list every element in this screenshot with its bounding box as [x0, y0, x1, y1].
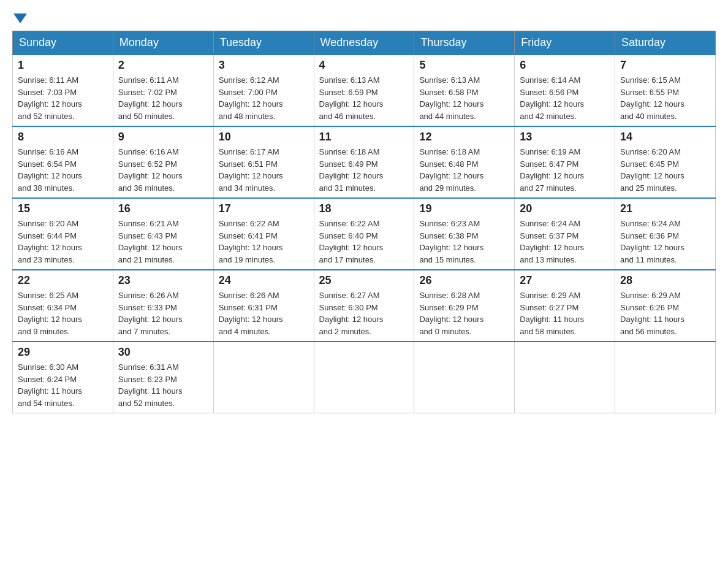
calendar-cell: 29 Sunrise: 6:30 AM Sunset: 6:24 PM Dayl… [13, 342, 113, 413]
calendar-cell [414, 342, 515, 413]
calendar-cell: 18 Sunrise: 6:22 AM Sunset: 6:40 PM Dayl… [314, 198, 414, 270]
calendar-cell: 6 Sunrise: 6:14 AM Sunset: 6:56 PM Dayli… [515, 55, 615, 126]
week-row-3: 15 Sunrise: 6:20 AM Sunset: 6:44 PM Dayl… [13, 198, 716, 270]
day-info: Sunrise: 6:11 AM Sunset: 7:02 PM Dayligh… [118, 74, 208, 122]
header-friday: Friday [515, 31, 615, 55]
day-number: 17 [219, 202, 309, 215]
day-info: Sunrise: 6:23 AM Sunset: 6:38 PM Dayligh… [419, 218, 509, 266]
day-number: 4 [319, 59, 409, 72]
calendar-cell [615, 342, 716, 413]
day-number: 27 [520, 274, 610, 287]
calendar-cell: 9 Sunrise: 6:16 AM Sunset: 6:52 PM Dayli… [113, 126, 213, 198]
day-number: 1 [18, 59, 108, 72]
header-wednesday: Wednesday [314, 31, 414, 55]
calendar-cell: 11 Sunrise: 6:18 AM Sunset: 6:49 PM Dayl… [314, 126, 414, 198]
day-info: Sunrise: 6:12 AM Sunset: 7:00 PM Dayligh… [219, 74, 309, 122]
logo [12, 12, 27, 21]
calendar-cell: 14 Sunrise: 6:20 AM Sunset: 6:45 PM Dayl… [615, 126, 716, 198]
day-number: 11 [319, 131, 409, 144]
calendar-cell: 22 Sunrise: 6:25 AM Sunset: 6:34 PM Dayl… [13, 270, 113, 342]
day-info: Sunrise: 6:19 AM Sunset: 6:47 PM Dayligh… [520, 146, 610, 194]
day-info: Sunrise: 6:22 AM Sunset: 6:41 PM Dayligh… [219, 218, 309, 266]
calendar-cell: 3 Sunrise: 6:12 AM Sunset: 7:00 PM Dayli… [213, 55, 314, 126]
day-number: 12 [419, 131, 509, 144]
day-info: Sunrise: 6:25 AM Sunset: 6:34 PM Dayligh… [18, 289, 108, 337]
calendar-cell [515, 342, 615, 413]
calendar-cell: 10 Sunrise: 6:17 AM Sunset: 6:51 PM Dayl… [213, 126, 314, 198]
logo-arrow-icon [13, 11, 27, 25]
day-number: 2 [118, 59, 208, 72]
day-info: Sunrise: 6:20 AM Sunset: 6:44 PM Dayligh… [18, 218, 108, 266]
day-info: Sunrise: 6:16 AM Sunset: 6:52 PM Dayligh… [118, 146, 208, 194]
day-info: Sunrise: 6:26 AM Sunset: 6:33 PM Dayligh… [118, 289, 208, 337]
calendar: SundayMondayTuesdayWednesdayThursdayFrid… [12, 31, 716, 413]
day-info: Sunrise: 6:18 AM Sunset: 6:48 PM Dayligh… [419, 146, 509, 194]
week-row-1: 1 Sunrise: 6:11 AM Sunset: 7:03 PM Dayli… [13, 55, 716, 126]
week-row-2: 8 Sunrise: 6:16 AM Sunset: 6:54 PM Dayli… [13, 126, 716, 198]
header-sunday: Sunday [13, 31, 113, 55]
day-number: 24 [219, 274, 309, 287]
day-info: Sunrise: 6:21 AM Sunset: 6:43 PM Dayligh… [118, 218, 208, 266]
calendar-cell: 12 Sunrise: 6:18 AM Sunset: 6:48 PM Dayl… [414, 126, 515, 198]
day-number: 23 [118, 274, 208, 287]
day-number: 28 [620, 274, 710, 287]
calendar-cell: 17 Sunrise: 6:22 AM Sunset: 6:41 PM Dayl… [213, 198, 314, 270]
svg-marker-0 [13, 13, 27, 23]
calendar-cell: 15 Sunrise: 6:20 AM Sunset: 6:44 PM Dayl… [13, 198, 113, 270]
day-info: Sunrise: 6:26 AM Sunset: 6:31 PM Dayligh… [219, 289, 309, 337]
day-info: Sunrise: 6:17 AM Sunset: 6:51 PM Dayligh… [219, 146, 309, 194]
calendar-cell [213, 342, 314, 413]
day-number: 18 [319, 202, 409, 215]
calendar-cell: 1 Sunrise: 6:11 AM Sunset: 7:03 PM Dayli… [13, 55, 113, 126]
day-number: 21 [620, 202, 710, 215]
calendar-cell: 4 Sunrise: 6:13 AM Sunset: 6:59 PM Dayli… [314, 55, 414, 126]
calendar-cell: 16 Sunrise: 6:21 AM Sunset: 6:43 PM Dayl… [113, 198, 213, 270]
week-row-5: 29 Sunrise: 6:30 AM Sunset: 6:24 PM Dayl… [13, 342, 716, 413]
day-number: 7 [620, 59, 710, 72]
day-number: 8 [18, 131, 108, 144]
day-info: Sunrise: 6:24 AM Sunset: 6:36 PM Dayligh… [620, 218, 710, 266]
calendar-cell: 8 Sunrise: 6:16 AM Sunset: 6:54 PM Dayli… [13, 126, 113, 198]
calendar-cell: 26 Sunrise: 6:28 AM Sunset: 6:29 PM Dayl… [414, 270, 515, 342]
day-number: 26 [419, 274, 509, 287]
header [12, 12, 716, 21]
day-info: Sunrise: 6:28 AM Sunset: 6:29 PM Dayligh… [419, 289, 509, 337]
header-saturday: Saturday [615, 31, 716, 55]
day-number: 14 [620, 131, 710, 144]
day-number: 25 [319, 274, 409, 287]
calendar-cell: 5 Sunrise: 6:13 AM Sunset: 6:58 PM Dayli… [414, 55, 515, 126]
calendar-cell: 13 Sunrise: 6:19 AM Sunset: 6:47 PM Dayl… [515, 126, 615, 198]
calendar-cell: 19 Sunrise: 6:23 AM Sunset: 6:38 PM Dayl… [414, 198, 515, 270]
day-number: 9 [118, 131, 208, 144]
calendar-cell: 7 Sunrise: 6:15 AM Sunset: 6:55 PM Dayli… [615, 55, 716, 126]
day-number: 16 [118, 202, 208, 215]
header-monday: Monday [113, 31, 213, 55]
header-thursday: Thursday [414, 31, 515, 55]
day-info: Sunrise: 6:15 AM Sunset: 6:55 PM Dayligh… [620, 74, 710, 122]
calendar-cell: 21 Sunrise: 6:24 AM Sunset: 6:36 PM Dayl… [615, 198, 716, 270]
header-tuesday: Tuesday [213, 31, 314, 55]
day-info: Sunrise: 6:18 AM Sunset: 6:49 PM Dayligh… [319, 146, 409, 194]
calendar-cell [314, 342, 414, 413]
calendar-cell: 27 Sunrise: 6:29 AM Sunset: 6:27 PM Dayl… [515, 270, 615, 342]
day-info: Sunrise: 6:20 AM Sunset: 6:45 PM Dayligh… [620, 146, 710, 194]
day-number: 13 [520, 131, 610, 144]
calendar-cell: 30 Sunrise: 6:31 AM Sunset: 6:23 PM Dayl… [113, 342, 213, 413]
day-number: 22 [18, 274, 108, 287]
day-number: 10 [219, 131, 309, 144]
day-number: 20 [520, 202, 610, 215]
day-info: Sunrise: 6:22 AM Sunset: 6:40 PM Dayligh… [319, 218, 409, 266]
calendar-cell: 2 Sunrise: 6:11 AM Sunset: 7:02 PM Dayli… [113, 55, 213, 126]
week-row-4: 22 Sunrise: 6:25 AM Sunset: 6:34 PM Dayl… [13, 270, 716, 342]
day-info: Sunrise: 6:14 AM Sunset: 6:56 PM Dayligh… [520, 74, 610, 122]
day-number: 6 [520, 59, 610, 72]
day-info: Sunrise: 6:11 AM Sunset: 7:03 PM Dayligh… [18, 74, 108, 122]
day-info: Sunrise: 6:24 AM Sunset: 6:37 PM Dayligh… [520, 218, 610, 266]
day-number: 15 [18, 202, 108, 215]
calendar-header-row: SundayMondayTuesdayWednesdayThursdayFrid… [13, 31, 716, 55]
calendar-cell: 28 Sunrise: 6:29 AM Sunset: 6:26 PM Dayl… [615, 270, 716, 342]
calendar-cell: 24 Sunrise: 6:26 AM Sunset: 6:31 PM Dayl… [213, 270, 314, 342]
calendar-cell: 25 Sunrise: 6:27 AM Sunset: 6:30 PM Dayl… [314, 270, 414, 342]
day-number: 30 [118, 346, 208, 359]
day-number: 29 [18, 346, 108, 359]
